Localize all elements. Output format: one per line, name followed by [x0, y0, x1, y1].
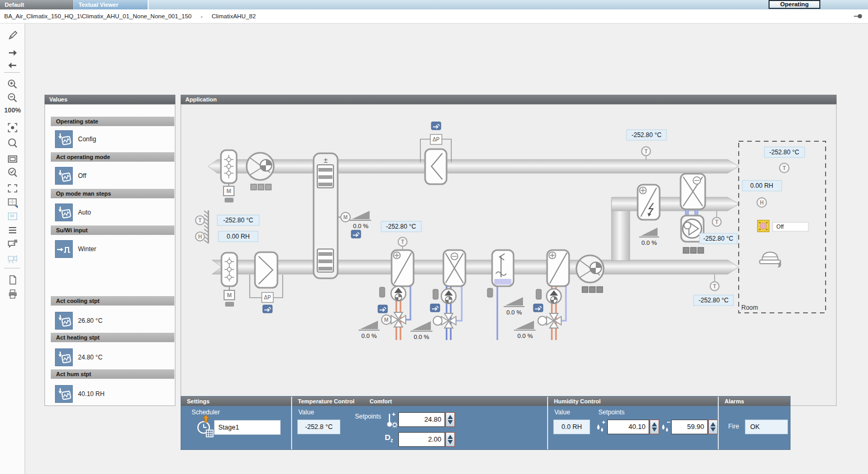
overview-window-icon[interactable]: [7, 153, 18, 165]
deadzone-setpoint-field[interactable]: 2.00: [398, 432, 445, 447]
humidifier-position-text: 0.0 %: [506, 309, 521, 315]
spin-down-icon[interactable]: [652, 427, 657, 432]
value-state-icon[interactable]: [55, 130, 73, 148]
hum-value-field[interactable]: 0.0 RH: [553, 420, 590, 434]
outside-temp-value[interactable]: -252.80 °C: [217, 215, 259, 225]
outside-wall: [204, 210, 208, 243]
dehumidify-setpoint-spinner[interactable]: [708, 420, 718, 434]
su-wi-input-value: Winter: [78, 240, 96, 258]
zoom-out-icon[interactable]: [7, 92, 18, 104]
heating-coil-1-position: 0.0 %: [359, 321, 380, 339]
override-icon[interactable]: [533, 304, 543, 312]
magnifier-icon[interactable]: [7, 138, 18, 149]
supply-air-duct: [212, 260, 739, 274]
section-su-wi-input: Su/Wi input: [51, 225, 174, 235]
override-icon[interactable]: [431, 122, 441, 130]
extract-air-duct: [208, 160, 739, 173]
split-view-icon[interactable]: [7, 197, 18, 208]
value-setpoint-icon[interactable]: [55, 312, 73, 330]
value-setpoint-icon[interactable]: [55, 385, 73, 403]
zoom-level-label: 100%: [3, 107, 23, 114]
zoom-check-icon[interactable]: [7, 167, 18, 178]
alarms-title: Alarms: [719, 397, 790, 406]
coil1-temp-sensor: T: [398, 238, 407, 251]
electric-heater: [638, 185, 660, 220]
spin-up-icon[interactable]: [448, 435, 453, 439]
room-temp-value[interactable]: -252.80 °C: [764, 147, 805, 157]
outside-humidity-value[interactable]: 0.00 RH: [218, 231, 258, 242]
temp-value-field[interactable]: -252.8 °C: [297, 420, 340, 434]
deadzone-setpoint-spinner[interactable]: [446, 432, 455, 447]
edit-pen-icon[interactable]: [7, 30, 18, 41]
dp-label: ΔP: [264, 295, 271, 300]
room-humidity-sensor: H: [757, 198, 766, 207]
act-heating-stpt-value: 24.80 °C: [78, 348, 103, 366]
cooling-coil-position: 0.0 %: [410, 321, 432, 340]
humidify-setpoint-spinner[interactable]: [650, 420, 659, 434]
supply-temp-sensor: T: [710, 274, 719, 291]
value-state-icon[interactable]: [55, 204, 73, 221]
comfort-setpoint-spinner[interactable]: [446, 412, 455, 427]
sensor-letter: T: [401, 239, 404, 245]
extract-temp-value[interactable]: -252.80 °C: [627, 130, 666, 140]
breadcrumb: BA_Air_Climatix_150_HQ_1\Climatix_AHU_01…: [4, 9, 256, 23]
values-panel-body: Operating state Act operating mode Op mo…: [44, 104, 175, 406]
top-tab-bar: Default Textual Viewer Operating: [0, 0, 868, 9]
print-icon[interactable]: [7, 288, 18, 300]
pin-panel-icon[interactable]: [853, 13, 863, 20]
humidify-setpoint-field[interactable]: 40.10: [607, 420, 649, 434]
spin-down-icon[interactable]: [710, 427, 716, 432]
select-area-icon[interactable]: [7, 183, 18, 194]
tab-textual-viewer[interactable]: Textual Viewer: [74, 0, 149, 9]
breadcrumb-path: BA_Air_Climatix_150_HQ_1\Climatix_AHU_01…: [4, 13, 192, 19]
sensor-letter: T: [644, 149, 648, 154]
back-arrow-icon[interactable]: [7, 60, 18, 71]
comfort-setpoint-field[interactable]: 24.80: [398, 412, 445, 427]
sensor-letter: H: [760, 200, 763, 206]
override-icon[interactable]: [263, 305, 272, 313]
fire-alarm-label: Fire: [728, 423, 739, 430]
sensor-letter: H: [198, 234, 202, 240]
hx-motor-letter: M: [343, 215, 348, 220]
page-icon[interactable]: [7, 274, 18, 286]
values-panel-title: Values: [44, 95, 175, 104]
room-humidity-value[interactable]: 0.00 RH: [742, 180, 782, 191]
after-heatpump-temp-text: -252.80 °C: [703, 235, 733, 242]
act-cooling-stpt-value: 26.80 °C: [78, 312, 103, 330]
spin-down-icon[interactable]: [448, 420, 453, 424]
after-heatpump-temp-value[interactable]: -252.80 °C: [699, 233, 737, 244]
zoom-in-icon[interactable]: [7, 78, 18, 90]
scheduler-clock-icon[interactable]: [197, 421, 215, 438]
override-icon[interactable]: [378, 305, 387, 313]
heat-recovery-position: 0.0 %: [350, 211, 371, 229]
spin-down-icon[interactable]: [448, 440, 453, 444]
spin-up-icon[interactable]: [448, 415, 453, 419]
operating-mode-button[interactable]: Operating: [769, 0, 820, 9]
sensor-letter: T: [198, 218, 202, 223]
spin-up-icon[interactable]: [710, 422, 716, 426]
fire-alarm-field[interactable]: OK: [745, 420, 788, 434]
fit-view-icon[interactable]: [7, 122, 18, 133]
temperature-control-body: Value -252.8 °C Setpoints 24.80 Dz 2.00: [292, 406, 547, 449]
forward-arrow-icon[interactable]: [7, 47, 18, 59]
supply-temp-value[interactable]: -252.80 °C: [694, 295, 733, 306]
toolbar-divider: [4, 72, 20, 73]
value-input-icon[interactable]: [55, 240, 73, 258]
temperature-control-panel: Temperature Control Comfort Value -252.8…: [291, 397, 547, 449]
annotation-icon[interactable]: [7, 239, 18, 250]
settings-body: Scheduler: [181, 406, 291, 449]
spin-up-icon[interactable]: [652, 422, 657, 426]
supply-after-recovery-value[interactable]: -252.80 °C: [381, 221, 421, 232]
dehumidify-setpoint-field[interactable]: 59.90: [671, 420, 708, 434]
tab-default[interactable]: Default: [0, 0, 73, 9]
override-icon[interactable]: [351, 230, 361, 238]
layers-menu-icon[interactable]: [7, 224, 18, 236]
section-op-mode-man-steps: Op mode man steps: [51, 189, 174, 198]
override-icon[interactable]: [430, 304, 440, 312]
scheduler-input[interactable]: [214, 420, 281, 435]
value-setpoint-icon[interactable]: [55, 348, 73, 366]
room-unit-state[interactable]: Off: [758, 220, 808, 232]
value-state-icon[interactable]: [55, 167, 73, 185]
left-toolbar: 100%: [0, 24, 25, 474]
pane-icon: [7, 211, 18, 222]
